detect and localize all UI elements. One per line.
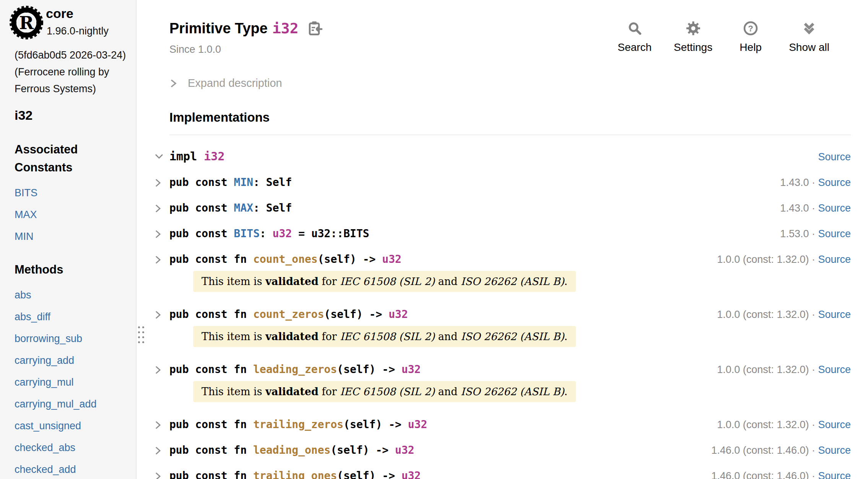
chevron-right-icon[interactable] [154, 203, 162, 214]
sig-token: pub const [169, 202, 234, 214]
rust-logo-icon[interactable]: R [9, 5, 44, 40]
sig-token: trailing_ones [253, 469, 337, 479]
item-source-link[interactable]: Source [818, 364, 851, 375]
sig-token: pub const fn [169, 444, 253, 456]
sidebar-list-item: MAX [15, 210, 136, 221]
show-all-button[interactable]: Show all [789, 21, 829, 54]
sig-token: leading_ones [253, 444, 330, 456]
item-source-link[interactable]: Source [818, 254, 851, 265]
chevron-right-icon[interactable] [154, 445, 162, 456]
item-signature[interactable]: pub const MIN: Self [169, 176, 292, 189]
help-button[interactable]: ? Help [735, 21, 767, 54]
chevron-right-icon[interactable] [154, 310, 162, 320]
item-signature[interactable]: pub const fn count_ones(self) -> u32 [169, 253, 401, 266]
chevron-right-icon[interactable] [154, 254, 162, 265]
sidebar-page-title[interactable]: i32 [15, 108, 33, 123]
search-button[interactable]: Search [618, 21, 652, 54]
sig-token: (self) -> [343, 418, 408, 431]
sidebar-link[interactable]: carrying_add [15, 355, 74, 366]
sig-token: MIN [234, 176, 254, 189]
impl-source-link[interactable]: Source [818, 151, 851, 163]
help-icon: ? [743, 21, 758, 36]
meta-separator: · [809, 177, 818, 188]
sig-token: pub const [169, 227, 234, 240]
item-meta: 1.53.0 · Source [780, 228, 851, 240]
banner-wrap: This item is validated for IEC 61508 (SI… [169, 321, 851, 350]
chevron-right-icon[interactable] [154, 178, 162, 188]
sidebar-link[interactable]: BITS [15, 187, 37, 199]
banner-standard-1: IEC 61508 (SIL 2) [340, 386, 435, 398]
item-source-link[interactable]: Source [818, 445, 851, 456]
banner-wrap: This item is validated for IEC 61508 (SI… [169, 376, 851, 405]
item-meta: 1.0.0 (const: 1.32.0) · Source [717, 419, 851, 431]
crate-name-link[interactable]: core [46, 6, 73, 21]
item-since-version: 1.43.0 [780, 177, 809, 188]
validated-banner: This item is validated for IEC 61508 (SI… [193, 381, 576, 402]
sidebar-list-item: abs [15, 290, 136, 301]
item-source-link[interactable]: Source [818, 309, 851, 320]
sidebar-section: Methods abs abs_diff borrowing_sub carry… [0, 261, 136, 479]
chevron-right-icon[interactable] [154, 420, 162, 430]
item-meta: 1.43.0 · Source [780, 177, 851, 189]
sig-token: pub const fn [169, 469, 253, 479]
meta-separator: · [809, 309, 818, 320]
sidebar-link[interactable]: carrying_mul [15, 376, 74, 388]
sidebar-link[interactable]: carrying_mul_add [15, 398, 97, 410]
impl-item: pub const fn count_zeros(self) -> u32 1.… [169, 308, 851, 350]
banner-standard-1: IEC 61508 (SIL 2) [340, 331, 435, 342]
item-source-link[interactable]: Source [818, 228, 851, 240]
sidebar-list-item: BITS [15, 188, 136, 199]
sidebar-link[interactable]: cast_unsigned [15, 420, 81, 432]
sig-token: u32 [395, 444, 414, 456]
item-signature[interactable]: pub const fn trailing_zeros(self) -> u32 [169, 418, 427, 431]
chevron-down-icon[interactable] [154, 153, 164, 160]
chevron-right-icon[interactable] [154, 229, 162, 240]
sidebar-link[interactable]: abs_diff [15, 311, 50, 323]
crate-version: 1.96.0-nightly [47, 25, 109, 37]
item-source-link[interactable]: Source [818, 470, 851, 479]
sidebar-link[interactable]: checked_abs [15, 442, 75, 453]
meta-separator: · [809, 364, 818, 375]
item-source-link[interactable]: Source [818, 177, 851, 188]
banner-text-3: and [435, 331, 461, 342]
crate-channel: (Ferrocene rolling by Ferrous Systems) [15, 66, 109, 94]
show-all-label: Show all [789, 41, 829, 54]
sidebar-link[interactable]: borrowing_sub [15, 333, 82, 344]
item-signature[interactable]: pub const BITS: u32 = u32::BITS [169, 227, 369, 240]
crate-build: (5fd6ab0d5 2026-03-24) [15, 49, 126, 61]
sig-token: u32 [408, 418, 427, 431]
item-source-link[interactable]: Source [818, 202, 851, 214]
since-version: Since 1.0.0 [169, 44, 323, 55]
sidebar-link[interactable]: MIN [15, 231, 34, 242]
item-signature[interactable]: pub const fn leading_ones(self) -> u32 [169, 444, 414, 456]
sidebar-link[interactable]: MAX [15, 209, 37, 220]
chevron-right-icon[interactable] [154, 365, 162, 375]
chevron-right-icon [169, 78, 178, 89]
item-signature[interactable]: pub const fn leading_zeros(self) -> u32 [169, 363, 421, 376]
copy-path-button[interactable] [308, 20, 323, 37]
banner-standard-1: IEC 61508 (SIL 2) [340, 275, 435, 287]
banner-text-3: and [435, 386, 461, 398]
impl-item: pub const MAX: Self 1.43.0 · Source [169, 202, 851, 214]
expand-description-toggle[interactable]: Expand description [169, 77, 282, 90]
sidebar-link[interactable]: abs [15, 289, 31, 301]
sig-token: leading_zeros [253, 363, 337, 376]
item-signature[interactable]: pub const fn count_zeros(self) -> u32 [169, 308, 408, 321]
item-signature[interactable]: pub const MAX: Self [169, 202, 292, 214]
sig-token: (self) -> [337, 469, 401, 479]
sig-token: pub const [169, 176, 234, 189]
clipboard-copy-icon [308, 20, 323, 37]
sidebar-link-list: BITS MAX MIN [0, 188, 136, 243]
sidebar: R core 1.96.0-nightly (5fd6ab0d5 2026-03… [0, 0, 137, 479]
settings-button[interactable]: Settings [674, 21, 712, 54]
impl-item: pub const fn count_ones(self) -> u32 1.0… [169, 253, 851, 295]
item-meta: 1.43.0 · Source [780, 202, 851, 214]
item-source-link[interactable]: Source [818, 419, 851, 430]
sidebar-section-title: Methods [15, 261, 110, 279]
item-signature[interactable]: pub const fn trailing_ones(self) -> u32 [169, 469, 421, 479]
sig-token: trailing_zeros [253, 418, 343, 431]
chevron-right-icon[interactable] [154, 471, 162, 479]
impl-signature[interactable]: impl i32 [169, 150, 225, 163]
sig-token: count_zeros [253, 308, 324, 321]
sidebar-link[interactable]: checked_add [15, 464, 76, 475]
